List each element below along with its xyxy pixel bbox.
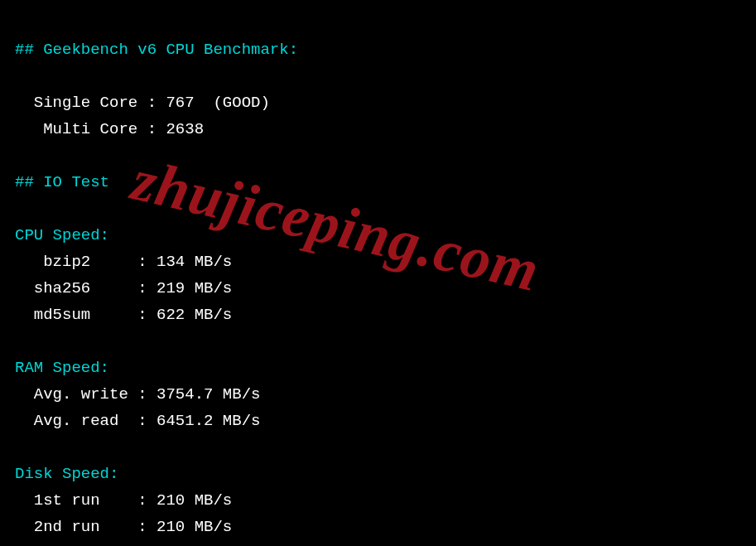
disk-run1-line: 1st run : 210 MB/s [15,491,232,510]
geekbench-header: ## Geekbench v6 CPU Benchmark: [15,41,298,59]
ram-write-line: Avg. write : 3754.7 MB/s [15,385,260,403]
single-core-line: Single Core : 767 (GOOD) [15,94,270,112]
disk-run2-line: 2nd run : 210 MB/s [15,518,232,536]
cpu-bzip2-line: bzip2 : 134 MB/s [15,253,232,271]
cpu-md5sum-line: md5sum : 622 MB/s [15,306,232,324]
cpu-sha256-line: sha256 : 219 MB/s [15,279,232,297]
watermark-text: zhujiceping.com [131,166,701,322]
io-test-header: ## IO Test [15,173,109,191]
ram-read-line: Avg. read : 6451.2 MB/s [15,412,260,430]
disk-speed-header: Disk Speed: [15,465,118,483]
terminal-window: ## Geekbench v6 CPU Benchmark: Single Co… [0,0,756,546]
ram-speed-header: RAM Speed: [15,359,109,377]
cpu-speed-header: CPU Speed: [15,226,109,244]
multi-core-line: Multi Core : 2638 [15,120,204,138]
